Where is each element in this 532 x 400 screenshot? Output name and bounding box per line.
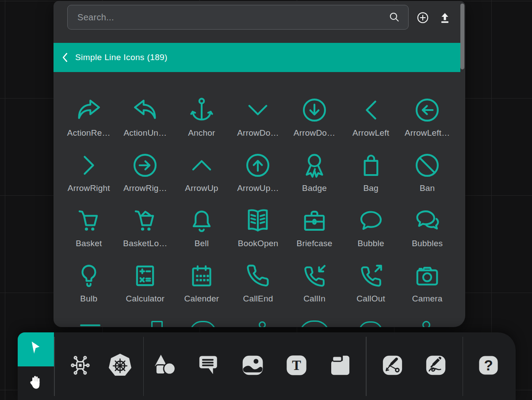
chevron-left-icon	[356, 95, 386, 128]
library-icon-cell[interactable]: ArrowRig…	[117, 138, 174, 193]
draw-tool-button[interactable]	[423, 353, 449, 380]
circuit-icon	[68, 353, 93, 380]
partial-icon	[151, 321, 163, 327]
library-icon-cell[interactable]: Badge	[286, 138, 343, 193]
action-redo-icon	[74, 95, 103, 128]
add-circle-icon[interactable]	[415, 10, 430, 25]
library-icon-cell[interactable]: Bag	[343, 138, 399, 193]
library-icon-cell[interactable]: ArrowDo…	[286, 83, 343, 138]
library-icon-label: CallOut	[356, 294, 385, 304]
library-icon-cell[interactable]: Camera	[399, 248, 455, 304]
question-mark-icon: ?	[476, 353, 501, 380]
chevron-right-icon	[74, 151, 103, 183]
library-icon-label: ActionRe…	[67, 128, 111, 138]
bubble-icon	[356, 206, 386, 239]
library-icon-cell[interactable]: CallIn	[286, 248, 343, 304]
briefcase-icon	[300, 206, 329, 239]
library-icon-cell[interactable]: ArrowRight	[61, 138, 117, 193]
text-tool-button[interactable]: T	[283, 353, 310, 380]
library-icon-label: ArrowUp…	[237, 183, 279, 193]
library-icon-label: ArrowLeft	[352, 128, 389, 138]
library-icon-label: Basket	[76, 239, 102, 248]
pen-connector-tool-button[interactable]	[379, 353, 406, 380]
pan-tool-button[interactable]	[18, 366, 54, 400]
library-icon-cell[interactable]: Basket	[61, 193, 117, 248]
library-icon-cell[interactable]: Briefcase	[286, 193, 343, 248]
bubbles-icon	[413, 206, 442, 239]
library-icon-cell[interactable]: ArrowUp	[173, 138, 230, 193]
library-icon-cell[interactable]: Calculator	[117, 248, 174, 304]
comment-tool-button[interactable]	[195, 353, 222, 380]
library-icon-label: Ban	[420, 183, 435, 193]
library-icon-label: Anchor	[188, 128, 215, 138]
library-icon-cell[interactable]: Anchor	[173, 83, 230, 138]
library-search-row	[54, 1, 465, 43]
library-icon-cell[interactable]: ActionRe…	[61, 83, 117, 138]
library-icon-cell[interactable]: ArrowLeft…	[399, 83, 455, 138]
help-button[interactable]: ?	[475, 353, 501, 380]
library-icon-cell[interactable]: Calender	[173, 248, 230, 304]
kubernetes-icon	[107, 353, 133, 380]
calculator-icon	[130, 261, 160, 294]
library-icon-label: ActionUn…	[123, 128, 167, 138]
kubernetes-library-tool-button[interactable]	[107, 353, 134, 380]
arrow-right-circle-icon	[130, 151, 160, 183]
library-icon-cell[interactable]: Bulb	[61, 248, 117, 304]
library-icon-cell[interactable]: CallEnd	[230, 248, 287, 304]
library-icon-label: ArrowRig…	[123, 183, 167, 193]
pencil-scribble-icon	[423, 353, 448, 380]
draw-tools-group	[367, 332, 463, 400]
hand-icon	[27, 373, 45, 393]
back-chevron-icon[interactable]	[61, 53, 69, 62]
library-icon-label: ArrowDo…	[294, 128, 336, 138]
library-icon-cell[interactable]: ActionUn…	[117, 83, 174, 138]
library-icon-label: ArrowDo…	[237, 128, 279, 138]
partial-icon	[80, 324, 100, 326]
insert-tools-group: T	[144, 332, 366, 400]
note-tool-button[interactable]	[327, 353, 353, 380]
circuit-library-tool-button[interactable]	[67, 353, 94, 380]
search-input[interactable]	[67, 5, 409, 30]
library-icon-label: ArrowUp	[185, 183, 218, 193]
library-icon-cell[interactable]: Bell	[173, 193, 230, 248]
library-tools-group	[55, 332, 143, 400]
image-tool-button[interactable]	[239, 353, 266, 380]
library-icon-cell[interactable]: ArrowLeft	[343, 83, 399, 138]
library-icon-label: Bulb	[80, 294, 97, 304]
library-icon-cell[interactable]: Bubbles	[399, 193, 455, 248]
library-icon-cell[interactable]: Bubble	[343, 193, 399, 248]
action-undo-icon	[130, 95, 160, 128]
library-icon-cell[interactable]: CallOut	[343, 248, 399, 304]
library-icon-cell[interactable]: ArrowDo…	[230, 83, 287, 138]
library-icon-cell[interactable]: BasketLo…	[117, 193, 174, 248]
icon-library-panel: Simple Line Icons (189) ActionRe…ActionU…	[54, 1, 465, 327]
library-icon-label: Bubble	[357, 239, 384, 248]
library-category-header[interactable]: Simple Line Icons (189)	[54, 43, 460, 72]
library-icon-label: Badge	[302, 183, 327, 193]
svg-text:?: ?	[484, 357, 493, 373]
chevron-up-icon	[187, 151, 216, 183]
upload-icon[interactable]	[437, 10, 452, 25]
select-tool-button[interactable]	[18, 332, 54, 366]
shapes-tool-button[interactable]	[152, 353, 178, 380]
library-icon-label: CallEnd	[243, 294, 273, 304]
library-icon-label: ArrowLeft…	[405, 128, 450, 138]
library-icon-cell[interactable]: BookOpen	[230, 193, 287, 248]
library-icon-cell[interactable]: Ban	[399, 138, 455, 193]
library-icon-label: Bubbles	[412, 239, 443, 248]
icon-grid: ActionRe…ActionUn… AnchorArrowDo…ArrowDo…	[54, 72, 460, 327]
comment-icon	[196, 353, 222, 380]
basket-loaded-icon	[130, 206, 160, 239]
chevron-down-icon	[243, 95, 272, 128]
bag-icon	[356, 151, 386, 183]
call-out-icon	[356, 261, 386, 294]
call-end-icon	[243, 261, 272, 294]
partial-icon	[259, 321, 266, 327]
library-icon-label: Calculator	[126, 294, 165, 304]
image-icon	[240, 353, 265, 380]
magnifier-icon	[388, 11, 401, 25]
arrow-left-circle-icon	[413, 95, 442, 128]
library-icon-label: Bell	[195, 239, 209, 248]
library-icon-cell[interactable]: ArrowUp…	[230, 138, 287, 193]
panel-scrollbar[interactable]	[460, 4, 464, 69]
